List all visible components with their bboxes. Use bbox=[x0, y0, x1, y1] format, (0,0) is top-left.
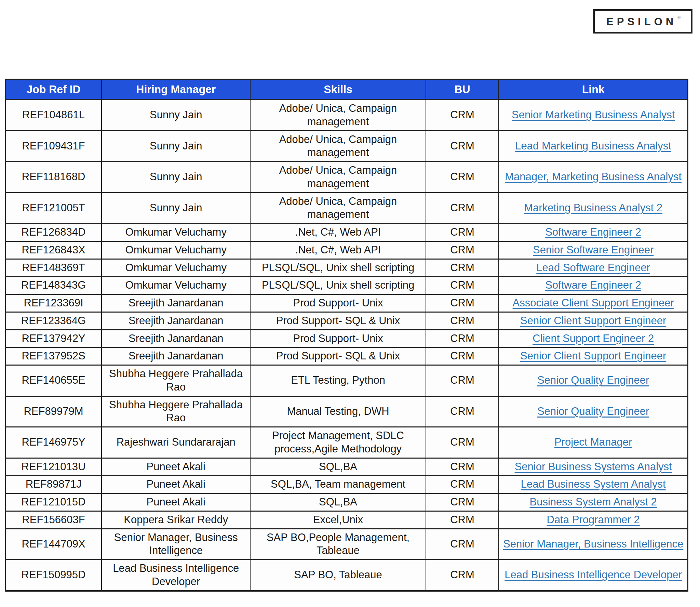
job-posting-link[interactable]: Lead Business Intelligence Developer bbox=[504, 569, 682, 581]
link-cell: Lead Marketing Business Analyst bbox=[499, 131, 688, 162]
hiring-manager-cell: Sunny Jain bbox=[102, 131, 250, 162]
job-posting-link[interactable]: Associate Client Support Engineer bbox=[513, 297, 674, 309]
link-cell: Lead Business Intelligence Developer bbox=[499, 560, 688, 591]
hiring-manager-cell: Koppera Srikar Reddy bbox=[102, 511, 250, 529]
skills-cell: Manual Testing, DWH bbox=[250, 396, 426, 427]
job-posting-link[interactable]: Manager, Marketing Business Analyst bbox=[505, 171, 682, 183]
link-cell: Senior Quality Engineer bbox=[499, 396, 688, 427]
job-ref-cell: REF89979M bbox=[5, 396, 102, 427]
table-row: REF126843XOmkumar Veluchamy.Net, C#, Web… bbox=[5, 241, 688, 259]
skills-cell: Excel,Unix bbox=[250, 511, 426, 529]
job-requisition-table: Job Ref IDHiring ManagerSkillsBULink REF… bbox=[5, 79, 688, 592]
job-posting-link[interactable]: Senior Business Systems Analyst bbox=[515, 461, 672, 473]
bu-cell: CRM bbox=[426, 365, 499, 396]
job-posting-link[interactable]: Business System Analyst 2 bbox=[530, 496, 657, 508]
bu-cell: CRM bbox=[426, 476, 499, 493]
epsilon-logo-text: EPSILON bbox=[606, 16, 677, 27]
table-row: REF118168DSunny JainAdobe/ Unica, Campai… bbox=[5, 162, 688, 193]
bu-cell: CRM bbox=[426, 193, 499, 224]
job-ref-cell: REF126834D bbox=[5, 224, 102, 241]
column-header-job-ref-id: Job Ref ID bbox=[5, 79, 102, 100]
table-row: REF123369ISreejith JanardananProd Suppor… bbox=[5, 294, 688, 312]
table-row: REF148369TOmkumar VeluchamyPLSQL/SQL, Un… bbox=[5, 259, 688, 277]
bu-cell: CRM bbox=[426, 347, 499, 365]
table-row: REF109431FSunny JainAdobe/ Unica, Campai… bbox=[5, 131, 688, 162]
table-row: REF89979MShubha Heggere Prahallada RaoMa… bbox=[5, 396, 688, 427]
job-posting-link[interactable]: Senior Software Engineer bbox=[533, 244, 654, 256]
table-row: REF121013UPuneet AkaliSQL,BACRMSenior Bu… bbox=[5, 458, 688, 476]
job-posting-link[interactable]: Marketing Business Analyst 2 bbox=[524, 202, 662, 214]
bu-cell: CRM bbox=[426, 330, 499, 347]
hiring-manager-cell: Lead Business Intelligence Developer bbox=[102, 560, 250, 591]
skills-cell: Adobe/ Unica, Campaign management bbox=[250, 162, 426, 193]
job-posting-link[interactable]: Senior Marketing Business Analyst bbox=[512, 109, 675, 121]
table-row: REF150995DLead Business Intelligence Dev… bbox=[5, 560, 688, 591]
hiring-manager-cell: Sunny Jain bbox=[102, 193, 250, 224]
job-ref-cell: REF137942Y bbox=[5, 330, 102, 347]
job-ref-cell: REF137952S bbox=[5, 347, 102, 365]
job-posting-link[interactable]: Senior Quality Engineer bbox=[537, 405, 649, 417]
skills-cell: PLSQL/SQL, Unix shell scripting bbox=[250, 277, 426, 294]
job-posting-link[interactable]: Senior Quality Engineer bbox=[537, 374, 649, 386]
job-ref-cell: REF121015D bbox=[5, 493, 102, 511]
table-row: REF89871JPuneet AkaliSQL,BA, Team manage… bbox=[5, 476, 688, 493]
bu-cell: CRM bbox=[426, 493, 499, 511]
job-posting-link[interactable]: Lead Business System Analyst bbox=[521, 478, 666, 490]
job-posting-link[interactable]: Senior Manager, Business Intelligence bbox=[503, 538, 683, 550]
skills-cell: Project Management, SDLC process,Agile M… bbox=[250, 427, 426, 458]
job-ref-cell: REF144709X bbox=[5, 529, 102, 560]
document-page: EPSILON ® Job Ref IDHiring ManagerSkills… bbox=[0, 0, 700, 607]
table-row: REF146975YRajeshwari SundararajanProject… bbox=[5, 427, 688, 458]
hiring-manager-cell: Sreejith Janardanan bbox=[102, 294, 250, 312]
job-posting-link[interactable]: Data Programmer 2 bbox=[547, 514, 640, 526]
skills-cell: PLSQL/SQL, Unix shell scripting bbox=[250, 259, 426, 277]
skills-cell: Adobe/ Unica, Campaign management bbox=[250, 100, 426, 131]
skills-cell: Adobe/ Unica, Campaign management bbox=[250, 193, 426, 224]
job-posting-link[interactable]: Project Manager bbox=[554, 436, 632, 448]
bu-cell: CRM bbox=[426, 259, 499, 277]
job-posting-link[interactable]: Software Engineer 2 bbox=[545, 226, 641, 238]
hiring-manager-cell: Shubha Heggere Prahallada Rao bbox=[102, 365, 250, 396]
table-row: REF121015DPuneet AkaliSQL,BACRMBusiness … bbox=[5, 493, 688, 511]
job-ref-cell: REF123364G bbox=[5, 312, 102, 330]
link-cell: Software Engineer 2 bbox=[499, 224, 688, 241]
link-cell: Lead Software Engineer bbox=[499, 259, 688, 277]
job-posting-link[interactable]: Lead Software Engineer bbox=[536, 262, 650, 274]
hiring-manager-cell: Puneet Akali bbox=[102, 476, 250, 493]
skills-cell: SAP BO,People Management, Tableaue bbox=[250, 529, 426, 560]
link-cell: Senior Marketing Business Analyst bbox=[499, 100, 688, 131]
bu-cell: CRM bbox=[426, 241, 499, 259]
table-body: REF104861LSunny JainAdobe/ Unica, Campai… bbox=[5, 100, 688, 591]
skills-cell: SAP BO, Tableaue bbox=[250, 560, 426, 591]
job-ref-cell: REF109431F bbox=[5, 131, 102, 162]
job-posting-link[interactable]: Lead Marketing Business Analyst bbox=[515, 140, 671, 152]
hiring-manager-cell: Sunny Jain bbox=[102, 162, 250, 193]
skills-cell: ETL Testing, Python bbox=[250, 365, 426, 396]
skills-cell: Prod Support- Unix bbox=[250, 330, 426, 347]
job-posting-link[interactable]: Client Support Engineer 2 bbox=[533, 332, 654, 344]
job-posting-link[interactable]: Senior Client Support Engineer bbox=[520, 315, 666, 327]
hiring-manager-cell: Sreejith Janardanan bbox=[102, 347, 250, 365]
job-posting-link[interactable]: Software Engineer 2 bbox=[545, 279, 641, 291]
hiring-manager-cell: Omkumar Veluchamy bbox=[102, 224, 250, 241]
table-row: REF156603FKoppera Srikar ReddyExcel,Unix… bbox=[5, 511, 688, 529]
link-cell: Senior Business Systems Analyst bbox=[499, 458, 688, 476]
job-ref-cell: REF156603F bbox=[5, 511, 102, 529]
table-header-row: Job Ref IDHiring ManagerSkillsBULink bbox=[5, 79, 688, 100]
bu-cell: CRM bbox=[426, 511, 499, 529]
bu-cell: CRM bbox=[426, 277, 499, 294]
job-ref-cell: REF121005T bbox=[5, 193, 102, 224]
skills-cell: SQL,BA bbox=[250, 493, 426, 511]
job-ref-cell: REF126843X bbox=[5, 241, 102, 259]
table-row: REF140655EShubha Heggere Prahallada RaoE… bbox=[5, 365, 688, 396]
bu-cell: CRM bbox=[426, 100, 499, 131]
link-cell: Manager, Marketing Business Analyst bbox=[499, 162, 688, 193]
link-cell: Marketing Business Analyst 2 bbox=[499, 193, 688, 224]
job-ref-cell: REF89871J bbox=[5, 476, 102, 493]
table-row: REF126834DOmkumar Veluchamy.Net, C#, Web… bbox=[5, 224, 688, 241]
table-row: REF137942YSreejith JanardananProd Suppor… bbox=[5, 330, 688, 347]
skills-cell: Prod Support- SQL & Unix bbox=[250, 347, 426, 365]
job-posting-link[interactable]: Senior Client Support Engineer bbox=[520, 350, 666, 362]
hiring-manager-cell: Puneet Akali bbox=[102, 493, 250, 511]
bu-cell: CRM bbox=[426, 162, 499, 193]
